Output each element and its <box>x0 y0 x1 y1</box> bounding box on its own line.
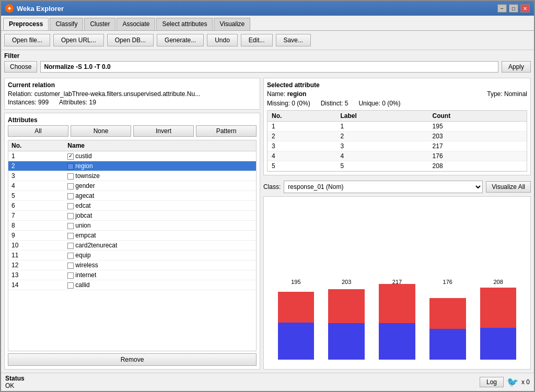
log-bird-icon: 🐦 <box>507 376 518 388</box>
table-row[interactable]: 3 townsize <box>8 171 256 181</box>
type-value: Nominal <box>504 90 527 98</box>
remove-button[interactable]: Remove <box>8 353 257 366</box>
tab-select-attributes[interactable]: Select attributes <box>156 18 213 30</box>
checkbox-13[interactable] <box>67 272 74 279</box>
distinct-label: Distinct: <box>321 100 343 107</box>
value-row: 22203 <box>268 132 527 141</box>
table-row[interactable]: 7 jobcat <box>8 211 256 221</box>
bar-3: 217 <box>375 279 420 360</box>
edit-button[interactable]: Edit... <box>241 34 273 46</box>
table-row[interactable]: 14 callid <box>8 280 256 290</box>
open-db-button[interactable]: Open DB... <box>107 34 154 46</box>
open-url-button[interactable]: Open URL... <box>53 34 104 46</box>
bar-count-1: 195 <box>291 279 300 285</box>
toolbar: Open file... Open URL... Open DB... Gene… <box>1 31 534 50</box>
bar-count-2: 203 <box>342 279 351 285</box>
status-right: Log 🐦 x 0 <box>480 376 530 388</box>
attr-values-table: No. Label Count 11195 22203 33217 44176 … <box>267 110 527 172</box>
table-row[interactable]: 4 gender <box>8 181 256 191</box>
checkbox-7[interactable] <box>67 213 74 219</box>
checkbox-10[interactable] <box>67 243 74 249</box>
pattern-button[interactable]: Pattern <box>196 125 257 137</box>
distinct-value: 5 <box>345 100 348 107</box>
table-row[interactable]: 1 custid <box>8 151 256 161</box>
title-bar-left: Weka Explorer <box>5 4 64 13</box>
table-row[interactable]: 9 empcat <box>8 231 256 241</box>
apply-button[interactable]: Apply <box>502 61 531 73</box>
tab-cluster[interactable]: Cluster <box>84 18 115 30</box>
close-button[interactable]: ✕ <box>520 4 530 13</box>
checkbox-3[interactable] <box>67 173 74 180</box>
missing-value: 0 (0%) <box>292 100 310 107</box>
name-value: region <box>287 90 307 98</box>
visualize-all-button[interactable]: Visualize All <box>486 181 531 193</box>
checkbox-14[interactable] <box>67 282 74 289</box>
checkbox-11[interactable] <box>67 253 74 259</box>
table-row[interactable]: 2 region <box>8 161 256 171</box>
bar-blue-5 <box>480 328 516 360</box>
table-row[interactable]: 13 internet <box>8 270 256 280</box>
tab-classify[interactable]: Classify <box>50 18 83 30</box>
log-button[interactable]: Log <box>480 377 504 387</box>
checkbox-12[interactable] <box>67 263 74 269</box>
app-icon <box>5 4 14 13</box>
left-panel: Current relation Relation: customer_labT… <box>4 78 260 370</box>
checkbox-8[interactable] <box>67 223 74 229</box>
table-row[interactable]: 12 wireless <box>8 260 256 270</box>
bar-blue-3 <box>379 323 415 360</box>
selected-attr-title: Selected attribute <box>267 81 527 89</box>
tab-associate[interactable]: Associate <box>117 18 155 30</box>
tab-visualize[interactable]: Visualize <box>214 18 250 30</box>
bar-count-3: 217 <box>392 279 402 285</box>
name-label: Name: <box>267 90 285 98</box>
col-no-header: No. <box>8 140 64 151</box>
chart-area: 195 203 <box>263 196 531 370</box>
generate-button[interactable]: Generate... <box>157 34 204 46</box>
maximize-button[interactable]: □ <box>509 4 518 13</box>
checkbox-6[interactable] <box>67 203 74 209</box>
attributes-table[interactable]: No. Name 1 custid 2 region <box>8 140 257 351</box>
table-row[interactable]: 8 union <box>8 221 256 231</box>
table-row[interactable]: 11 equip <box>8 251 256 260</box>
missing-label: Missing: <box>267 100 290 107</box>
open-file-button[interactable]: Open file... <box>4 34 50 46</box>
instances-info: Instances: 999 <box>8 99 49 106</box>
invert-button[interactable]: Invert <box>133 125 194 137</box>
save-button[interactable]: Save... <box>276 34 311 46</box>
all-button[interactable]: All <box>8 125 68 137</box>
attr-name-info: Name: region <box>267 90 306 98</box>
bar-red-4 <box>429 298 466 329</box>
none-button[interactable]: None <box>71 125 131 137</box>
right-panel: Selected attribute Name: region Type: No… <box>263 78 531 370</box>
table-row[interactable]: 6 edcat <box>8 201 256 211</box>
checkbox-2[interactable] <box>67 163 74 170</box>
title-bar: Weka Explorer − □ ✕ <box>1 1 534 16</box>
relation-value: customer_labThree-weka.filters.unsupervi… <box>34 90 200 98</box>
status-message: OK <box>5 382 25 389</box>
checkbox-4[interactable] <box>67 183 74 189</box>
selected-attribute-panel: Selected attribute Name: region Type: No… <box>263 78 531 175</box>
bar-blue-1 <box>278 323 314 360</box>
choose-button[interactable]: Choose <box>4 61 37 73</box>
table-row[interactable]: 10 card2tenurecat <box>8 241 256 251</box>
value-row: 55208 <box>268 161 527 171</box>
bar-stack-4 <box>429 298 466 360</box>
checkbox-9[interactable] <box>67 233 74 239</box>
status-bar: Status OK Log 🐦 x 0 <box>1 373 534 391</box>
tab-preprocess[interactable]: Preprocess <box>3 18 49 30</box>
undo-button[interactable]: Undo <box>207 34 238 46</box>
table-row[interactable]: 5 agecat <box>8 191 256 201</box>
attributes-title: Attributes <box>8 116 257 124</box>
bar-5: 208 <box>475 279 521 360</box>
bar-1: 195 <box>273 279 319 360</box>
unique-label: Unique: <box>358 100 380 107</box>
checkbox-5[interactable] <box>67 193 74 199</box>
bar-red-2 <box>328 289 364 323</box>
minimize-button[interactable]: − <box>497 4 507 13</box>
bar-stack-3 <box>379 284 415 360</box>
value-row: 44176 <box>268 151 527 161</box>
checkbox-1[interactable] <box>67 153 74 160</box>
status-left: Status OK <box>5 375 25 389</box>
bar-red-3 <box>379 284 415 323</box>
class-select[interactable]: response_01 (Nom) <box>284 181 483 193</box>
